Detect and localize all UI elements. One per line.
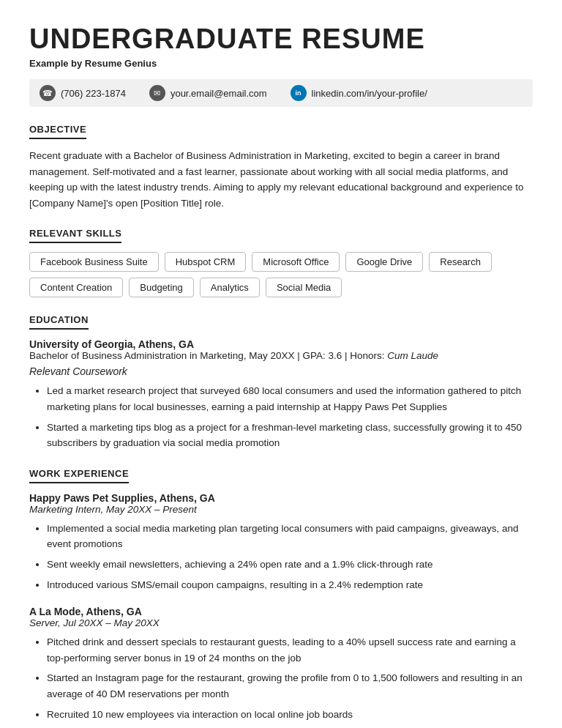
work-entry: Happy Paws Pet Supplies, Athens, GAMarke… (29, 492, 533, 593)
education-section: Education University of Georgia, Athens,… (29, 313, 533, 450)
skills-heading: Relevant Skills (29, 228, 121, 243)
job-title: Server, Jul 20XX – May 20XX (29, 617, 533, 628)
school-name: University of Georgia, Athens, GA (29, 338, 533, 350)
list-item: Pitched drink and dessert specials to re… (47, 634, 533, 666)
skill-badge: Hubspot CRM (165, 252, 247, 272)
list-item: Implemented a social media marketing pla… (47, 521, 533, 552)
contact-linkedin: in linkedin.com/in/your-profile/ (291, 85, 427, 101)
skill-badge: Social Media (266, 278, 342, 297)
work-bullet-list: Implemented a social media marketing pla… (47, 521, 533, 593)
skill-badge: Facebook Business Suite (29, 252, 159, 272)
skill-badge: Budgeting (129, 278, 194, 297)
skill-badge: Research (429, 252, 492, 272)
work-entry: A La Mode, Athens, GAServer, Jul 20XX – … (29, 606, 533, 722)
resume-subtitle: Example by Resume Genius (29, 58, 533, 69)
job-title: Marketing Intern, May 20XX – Present (29, 504, 533, 515)
list-item: Started an Instagram page for the restau… (47, 670, 533, 702)
contact-bar: ☎ (706) 223-1874 ✉ your.email@email.com … (29, 79, 533, 107)
coursework-label: Relevant Coursework (29, 365, 533, 377)
work-section: Work Experience Happy Paws Pet Supplies,… (29, 467, 533, 722)
resume-title: Undergraduate Resume (29, 23, 533, 55)
education-entry: University of Georgia, Athens, GABachelo… (29, 338, 533, 450)
list-item: Led a market research project that surve… (47, 383, 533, 415)
contact-email: ✉ your.email@email.com (149, 85, 267, 101)
degree-info: Bachelor of Business Administration in M… (29, 350, 533, 361)
skill-badge: Content Creation (29, 278, 123, 297)
objective-section: Objective Recent graduate with a Bachelo… (29, 123, 533, 211)
list-item: Sent weekly email newsletters, achieving… (47, 557, 533, 573)
objective-text: Recent graduate with a Bachelor of Busin… (29, 148, 533, 211)
skill-badge: Google Drive (345, 252, 423, 272)
contact-phone: ☎ (706) 223-1874 (40, 85, 126, 101)
company-name: Happy Paws Pet Supplies, Athens, GA (29, 492, 533, 504)
linkedin-url: linkedin.com/in/your-profile/ (312, 88, 427, 99)
coursework-list: Led a market research project that surve… (47, 383, 533, 450)
phone-icon: ☎ (40, 85, 56, 101)
skills-grid: Facebook Business SuiteHubspot CRMMicros… (29, 252, 533, 297)
company-name: A La Mode, Athens, GA (29, 606, 533, 617)
objective-heading: Objective (29, 124, 86, 139)
skill-badge: Microsoft Office (252, 252, 340, 272)
linkedin-icon: in (291, 85, 307, 101)
list-item: Introduced various SMS/email coupon camp… (47, 577, 533, 593)
work-heading: Work Experience (29, 468, 129, 483)
list-item: Recruited 10 new employees via interacti… (47, 707, 533, 723)
education-heading: Education (29, 314, 89, 330)
email-address: your.email@email.com (171, 88, 267, 99)
skill-badge: Analytics (200, 278, 260, 297)
list-item: Started a marketing tips blog as a proje… (47, 420, 533, 451)
email-icon: ✉ (149, 85, 165, 101)
work-bullet-list: Pitched drink and dessert specials to re… (47, 634, 533, 722)
skills-section: Relevant Skills Facebook Business SuiteH… (29, 227, 533, 297)
phone-number: (706) 223-1874 (61, 88, 126, 99)
